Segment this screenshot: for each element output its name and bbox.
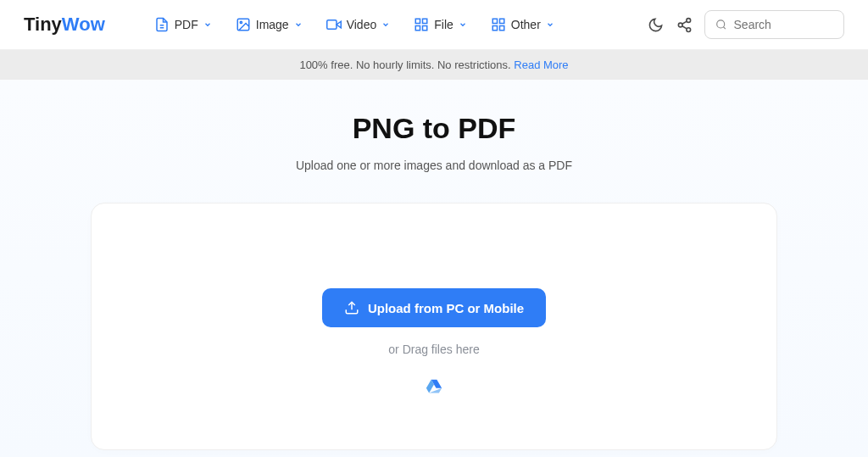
svg-rect-13 [499, 26, 504, 31]
grid-icon [414, 17, 429, 32]
chevron-down-icon [203, 18, 212, 31]
google-drive-icon [426, 378, 442, 395]
search-box[interactable] [704, 10, 844, 39]
dark-mode-toggle[interactable] [647, 16, 664, 33]
drag-text: or Drag files here [92, 343, 776, 356]
upload-card[interactable]: Upload from PC or Mobile or Drag files h… [91, 203, 777, 450]
svg-rect-5 [326, 20, 336, 30]
upload-button[interactable]: Upload from PC or Mobile [322, 288, 546, 327]
page-title: PNG to PDF [0, 112, 868, 145]
chevron-down-icon [459, 18, 467, 31]
grid-icon [491, 17, 506, 32]
nav-label: File [434, 18, 453, 31]
image-icon [236, 17, 251, 32]
nav-item-video[interactable]: Video [318, 12, 399, 37]
svg-rect-7 [423, 19, 427, 23]
svg-rect-8 [415, 26, 420, 31]
header: TinyWow PDF Image Video [0, 0, 868, 50]
logo-part1: Tiny [24, 14, 62, 35]
page-subtitle: Upload one or more images and download a… [0, 159, 868, 172]
nav-item-pdf[interactable]: PDF [146, 12, 220, 37]
nav-label: Image [256, 18, 289, 31]
svg-rect-12 [492, 26, 497, 31]
svg-line-17 [682, 25, 686, 28]
svg-marker-4 [337, 21, 341, 28]
svg-line-20 [723, 27, 725, 29]
nav-label: Video [347, 18, 377, 31]
video-icon [326, 17, 342, 32]
banner-text: 100% free. No hourly limits. No restrict… [299, 59, 514, 71]
upload-icon [344, 300, 359, 315]
nav-item-file[interactable]: File [405, 12, 476, 37]
svg-line-18 [682, 21, 686, 24]
share-icon [676, 17, 693, 33]
moon-icon [648, 17, 664, 33]
logo[interactable]: TinyWow [24, 14, 105, 36]
search-input[interactable] [734, 18, 833, 31]
google-drive-button[interactable] [426, 378, 442, 395]
search-icon [715, 18, 727, 31]
share-button[interactable] [676, 16, 693, 33]
chevron-down-icon [294, 18, 303, 31]
svg-rect-11 [499, 19, 504, 23]
svg-point-15 [678, 23, 682, 27]
nav-item-other[interactable]: Other [482, 12, 563, 37]
svg-point-14 [686, 18, 690, 22]
svg-rect-9 [423, 26, 427, 31]
svg-point-19 [717, 20, 725, 28]
nav-label: Other [511, 18, 541, 31]
nav-item-image[interactable]: Image [227, 12, 311, 37]
page-content: PNG to PDF Upload one or more images and… [0, 80, 868, 457]
svg-point-16 [686, 27, 690, 31]
banner-link[interactable]: Read More [514, 59, 568, 71]
upload-button-label: Upload from PC or Mobile [368, 301, 524, 315]
logo-part2: Wow [62, 14, 105, 35]
chevron-down-icon [546, 18, 554, 31]
file-pdf-icon [154, 17, 170, 32]
chevron-down-icon [381, 18, 390, 31]
svg-point-3 [240, 21, 242, 23]
promo-banner: 100% free. No hourly limits. No restrict… [0, 50, 868, 80]
svg-rect-10 [492, 19, 497, 23]
nav-label: PDF [175, 18, 198, 31]
svg-rect-6 [415, 19, 420, 23]
header-right [647, 10, 844, 39]
nav: PDF Image Video [146, 12, 647, 37]
